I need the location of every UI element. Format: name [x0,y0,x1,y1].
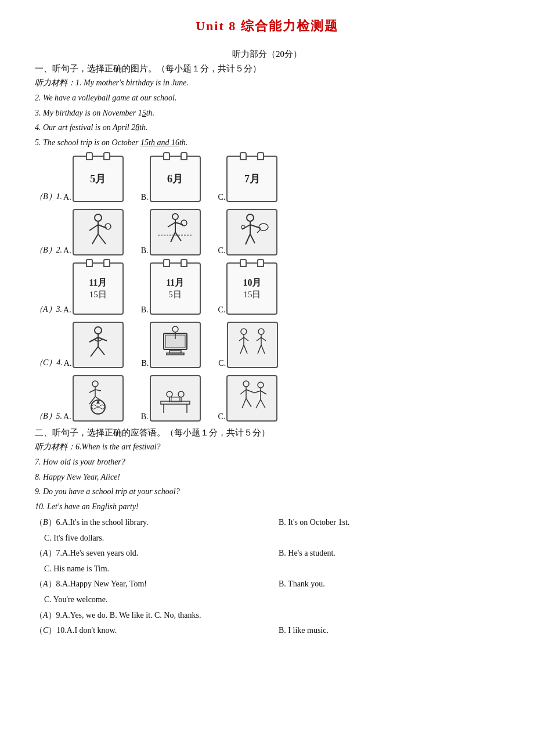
svg-point-34 [172,326,178,332]
svg-point-0 [95,214,102,221]
classroom-icon [155,378,196,419]
part2-s4: 9. Do you have a school trip at your sch… [35,485,499,499]
svg-point-7 [172,214,178,219]
svg-line-11 [171,232,175,242]
q5-c-label: C. [218,412,226,422]
q9-line: （A）9.A.Yes, we do. B. We like it. C. No,… [35,608,499,624]
q4-c-label: C. [218,359,226,368]
svg-line-29 [98,347,104,355]
q7-line: （A）7.A.He's seven years old. B. He's a s… [35,546,499,577]
sentence-2: 2. We have a volleyball game at our scho… [35,91,499,105]
q10-line: （C）10.A.I don't know. B. I like music. [35,623,499,639]
svg-line-71 [254,391,261,393]
svg-line-67 [242,398,246,408]
part1-instruction: 一、听句子，选择正确的图片。（每小题１分，共计５分） [35,63,499,74]
svg-point-42 [258,329,264,334]
listening-material-label: 听力材料：1. My mother's birthday is in June. [35,76,499,90]
svg-point-69 [258,382,264,388]
svg-point-49 [92,381,98,387]
svg-point-6 [105,224,111,229]
material-label-text: 听力材料： [35,78,75,87]
q2-a-label: A. [63,246,71,255]
svg-point-24 [95,327,102,334]
q3-cal-b: 11月 5日 [150,262,201,315]
q5-b-label: B. [141,412,149,422]
q2-sport-a [73,209,124,255]
q4-a-label: A. [64,359,72,368]
q5-a-label: A. [63,412,71,422]
svg-line-74 [261,399,265,408]
q3-answer: （A）3. [35,304,63,315]
q1-a-label: A. [63,193,71,202]
part2-s3: 8. Happy New Year, Alice! [35,470,499,484]
basketball-player-icon [78,212,118,253]
sentence-3: 3. My birthday is on November 15th. [35,106,499,120]
svg-line-2 [89,225,98,231]
svg-point-36 [241,329,247,334]
images-grid-q1: （B）1. A. 5月 B. 6月 C. 7月 [35,156,499,203]
svg-line-72 [261,391,266,394]
part2-s1: 6.When is the art festival? [75,442,161,451]
svg-line-38 [239,337,244,341]
svg-point-58 [167,391,172,397]
images-grid-q4: （C）4. A. B. [35,322,499,369]
q1-cal-a: 5月 [73,156,124,202]
sentence-1: 1. My mother's birthday is in June. [75,78,189,87]
svg-line-41 [244,345,247,354]
q4-activity-a [73,322,124,368]
svg-line-65 [240,390,246,394]
svg-line-40 [240,345,244,354]
page-title: Unit 8 综合能力检测题 [35,17,499,35]
svg-point-13 [181,220,187,226]
q4-activity-b [150,322,201,368]
part2-instruction: 二、听句子，选择正确的应答语。（每小题１分，共计５分） [35,427,499,438]
q2-b-label: B. [141,246,149,255]
q5-activity-c [226,375,277,422]
q1-cal-b: 6月 [150,156,201,202]
q8-line: （A）8.A.Happy New Year, Tom! B. Thank you… [35,577,499,607]
svg-line-20 [250,234,255,243]
q3-cal-a: 11月 15日 [73,262,124,315]
image-row-q2: （B）2. A. B. [35,209,499,255]
computer-icon [155,325,196,365]
q1-b-label: B. [141,193,149,202]
volleyball-player-icon [155,212,196,253]
q2-c-label: C. [218,246,226,255]
q6-line: （B）6.A.It's in the school library. B. It… [35,515,499,546]
images-grid-q3: （A）3. A. 11月 15日 B. 11月 5日 C. 10月 15日 [35,262,499,316]
part2-s5: 10. Let's have an English party! [35,500,499,514]
svg-rect-33 [167,353,184,355]
svg-line-27 [98,337,107,341]
svg-line-19 [246,234,250,244]
q3-a-label: A. [63,305,71,315]
q5-answer: （B）5. [35,411,63,422]
q5-activity-a [73,375,124,422]
svg-line-46 [258,345,261,354]
q2-answer: （B）2. [35,245,63,255]
image-row-q4: （C）4. A. B. [35,322,499,368]
q1-answer: （B）1. [35,192,63,202]
images-grid-q2: （B）2. A. B. [35,209,499,257]
section-header: 听力部分（20分） [35,49,499,60]
svg-line-22 [257,229,261,233]
art-festival-icon [232,325,273,365]
svg-line-68 [246,398,251,407]
dancing-icon [232,378,272,419]
q2-sport-c [226,209,277,255]
svg-line-47 [261,345,265,354]
svg-point-60 [178,391,184,397]
pingpong-player-icon [232,212,272,253]
svg-line-39 [244,337,248,341]
q1-c-label: C. [218,193,226,202]
q3-b-label: B. [141,305,149,315]
svg-line-44 [257,337,261,341]
q3-c-label: C. [218,305,226,315]
sentence-4: 4. Our art festival is on April 28th. [35,121,499,135]
svg-line-73 [256,399,261,408]
images-grid-q5: （B）5. A. B. [35,375,499,423]
soccer-icon [78,378,118,419]
part2-s2: 7. How old is your brother? [35,455,499,469]
svg-line-9 [168,222,175,227]
svg-line-4 [92,234,98,244]
svg-line-45 [261,337,266,341]
